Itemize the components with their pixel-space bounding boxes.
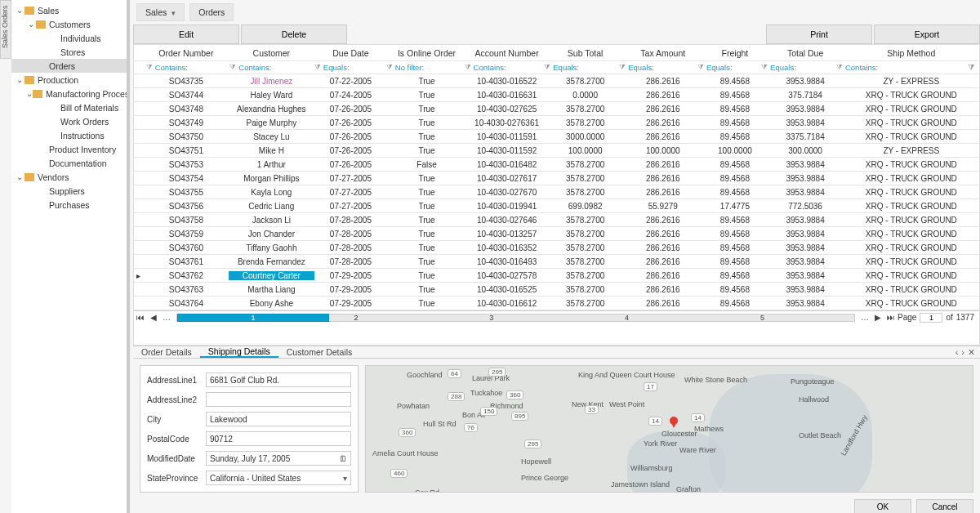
panel-prev-icon[interactable]: ‹ xyxy=(956,347,959,358)
postal-field[interactable]: 90712 xyxy=(206,431,351,446)
col-filter[interactable]: ⧩Contains: xyxy=(462,63,542,72)
col-filter[interactable]: ⧩Contains: xyxy=(144,63,228,72)
state-field[interactable]: California - United States▾ xyxy=(206,471,351,485)
edit-button[interactable]: Edit xyxy=(133,25,239,44)
tab-order-details[interactable]: Order Details xyxy=(133,346,200,358)
table-row[interactable]: SO43763Martha Liang07-29-2005True10-4030… xyxy=(134,283,979,297)
col-header[interactable]: Is Online Order xyxy=(387,48,466,58)
cell: 89.4568 xyxy=(702,285,767,294)
expand-icon[interactable]: ⌄ xyxy=(26,20,36,29)
tree-item[interactable]: ⌄Customers xyxy=(11,17,127,31)
cell: 17.4775 xyxy=(702,202,767,211)
tab-customer-details[interactable]: Customer Details xyxy=(278,346,361,358)
delete-button[interactable]: Delete xyxy=(241,25,347,44)
col-header[interactable]: Sub Total xyxy=(547,48,623,58)
tree-item[interactable]: Individuals xyxy=(11,31,127,45)
expand-icon[interactable]: ⌄ xyxy=(15,172,24,181)
expand-icon[interactable]: ⌄ xyxy=(26,89,33,98)
col-filter[interactable]: ⧩Equals: xyxy=(759,63,834,72)
calendar-icon[interactable]: 🗓 xyxy=(339,454,347,463)
tab-shipping-details[interactable]: Shipping Details xyxy=(200,346,278,358)
table-row[interactable]: SO43750Stacey Lu07-26-2005True10-4030-01… xyxy=(134,130,979,144)
table-row[interactable]: SO43735Jill Jimenez07-22-2005True10-4030… xyxy=(134,74,979,88)
tree-item[interactable]: Stores xyxy=(11,45,127,59)
tree-item[interactable]: Instructions xyxy=(11,128,127,142)
col-filter[interactable]: ⧩No filter: xyxy=(384,63,462,72)
tree-item[interactable]: ⌄Production xyxy=(11,73,127,87)
tree-label: Product Inventory xyxy=(49,145,116,154)
ok-button[interactable]: OK xyxy=(854,499,911,513)
table-row[interactable]: SO43748Alexandria Hughes07-26-2005True10… xyxy=(134,102,979,116)
table-row[interactable]: SO43749Paige Murphy07-26-2005True10-4030… xyxy=(134,116,979,130)
col-header[interactable]: Freight xyxy=(702,48,767,58)
tree-item[interactable]: Orders xyxy=(11,59,127,73)
print-button[interactable]: Print xyxy=(766,25,872,44)
pager-prev[interactable]: ◀ xyxy=(147,313,160,322)
col-filter[interactable]: ⧩Contains: xyxy=(834,63,968,72)
modified-field[interactable]: Sunday, July 17, 2005🗓 xyxy=(206,451,351,466)
pager-track[interactable]: 1 2 3 4 5 xyxy=(176,314,855,322)
table-row[interactable]: SO43759Jon Chander07-28-2005True10-4030-… xyxy=(134,227,979,241)
vertical-tab[interactable]: Sales Orders xyxy=(0,0,11,59)
tree-item[interactable]: Work Orders xyxy=(11,114,127,128)
tree-item[interactable]: Documentation xyxy=(11,156,127,170)
col-header[interactable]: Total Due xyxy=(768,48,844,58)
panel-next-icon[interactable]: › xyxy=(961,347,964,358)
col-header[interactable]: Tax Amount xyxy=(623,48,702,58)
cell: 07-27-2005 xyxy=(314,188,387,197)
tree-label: Stores xyxy=(60,47,85,57)
cell: 286.2616 xyxy=(623,285,702,294)
map-pin-icon xyxy=(668,417,679,428)
table-row[interactable]: SO43755Kayla Long07-27-2005True10-4030-0… xyxy=(134,185,979,199)
tree-item[interactable]: ⌄Sales xyxy=(11,3,127,17)
crumb-orders[interactable]: Orders xyxy=(189,3,234,21)
pager-thumb[interactable]: 1 xyxy=(177,314,329,322)
city-field[interactable]: Lakewood xyxy=(206,412,351,426)
cell: XRQ - TRUCK GROUND xyxy=(844,118,979,127)
col-filter[interactable]: ⧩Equals: xyxy=(312,63,384,72)
table-row[interactable]: SO437531 Arthur07-26-2005False10-4030-01… xyxy=(134,158,979,172)
expand-icon[interactable]: ⌄ xyxy=(15,75,24,84)
col-header[interactable]: Due Date xyxy=(314,48,387,58)
col-header[interactable]: Order Number xyxy=(144,48,229,58)
table-row[interactable]: SO43751Mike H07-26-2005True10-4030-01159… xyxy=(134,144,979,158)
shipping-map[interactable]: GoochlandLaurel ParkKing And Queen Court… xyxy=(365,365,973,493)
col-header[interactable]: Account Number xyxy=(466,48,547,58)
col-header[interactable]: Ship Method xyxy=(844,48,979,58)
pager-first[interactable]: ⏮ xyxy=(134,313,147,322)
table-row[interactable]: SO43756Cedric Liang07-27-2005True10-4030… xyxy=(134,199,979,213)
tree-item[interactable]: Bill of Materials xyxy=(11,100,127,114)
export-button[interactable]: Export xyxy=(874,25,980,44)
tree-item[interactable]: ⌄Manufactoring Process xyxy=(11,87,127,100)
table-row[interactable]: SO43760Tiffany Gaohh07-28-2005True10-403… xyxy=(134,241,979,255)
table-row[interactable]: SO43754Morgan Phillips07-27-2005True10-4… xyxy=(134,172,979,185)
cell: XRQ - TRUCK GROUND xyxy=(844,132,979,141)
tree-item[interactable]: Suppliers xyxy=(11,184,127,198)
pager-last[interactable]: ⏭ xyxy=(884,313,898,322)
table-row[interactable]: SO43758Jackson Li07-28-2005True10-4030-0… xyxy=(134,213,979,227)
crumb-sales[interactable]: Sales▾ xyxy=(136,3,185,21)
table-row[interactable]: SO43744Haley Ward07-24-2005True10-4030-0… xyxy=(134,88,979,102)
addr2-field[interactable] xyxy=(206,392,351,407)
col-filter[interactable]: ⧩Equals: xyxy=(541,63,617,72)
table-row[interactable]: SO43761Brenda Fernandez07-28-2005True10-… xyxy=(134,255,979,269)
expand-icon[interactable]: ⌄ xyxy=(15,6,24,15)
col-filter[interactable]: ⧩Equals: xyxy=(695,63,759,72)
filter-icon[interactable]: ⧩ xyxy=(968,63,979,73)
cancel-button[interactable]: Cancel xyxy=(916,499,973,513)
chevron-down-icon[interactable]: ▾ xyxy=(343,474,347,483)
cell: 286.2616 xyxy=(623,299,702,308)
tree-item[interactable]: Product Inventory xyxy=(11,142,127,156)
tree-item[interactable]: Purchases xyxy=(11,198,127,212)
col-filter[interactable]: ⧩Contains: xyxy=(227,63,312,72)
table-row[interactable]: SO43764Ebony Ashe07-29-2005True10-4030-0… xyxy=(134,297,979,310)
table-row[interactable]: ▸SO43762Courtney Carter07-29-2005True10-… xyxy=(134,269,979,283)
page-input[interactable] xyxy=(920,313,942,323)
pager-next[interactable]: ▶ xyxy=(871,313,884,322)
addr1-field[interactable]: 6681 Golf Club Rd. xyxy=(206,372,351,387)
col-header[interactable]: Customer xyxy=(229,48,314,58)
tree-item[interactable]: ⌄Vendors xyxy=(11,170,127,184)
panel-close-icon[interactable]: ✕ xyxy=(968,347,975,358)
col-filter[interactable]: ⧩Equals: xyxy=(617,63,695,72)
cell: True xyxy=(387,271,466,280)
